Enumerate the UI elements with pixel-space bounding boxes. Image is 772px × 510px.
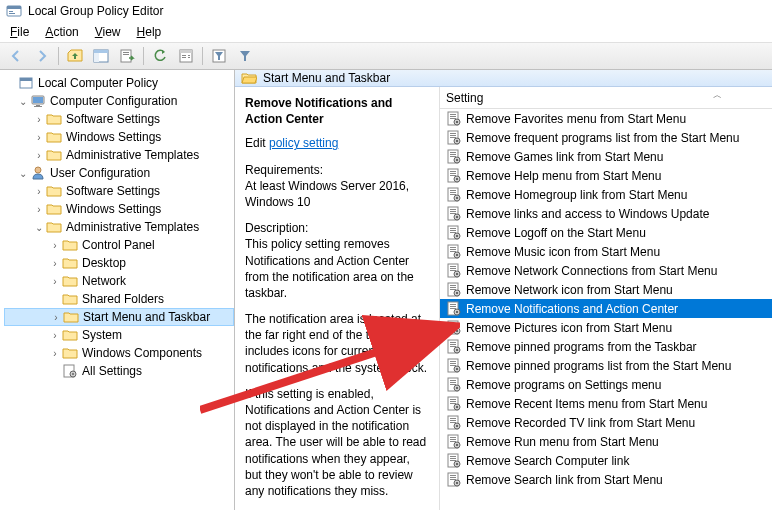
list-row[interactable]: Remove Homegroup link from Start Menu <box>440 185 772 204</box>
list-column-header[interactable]: Setting ︿ <box>440 87 772 109</box>
list-row[interactable]: Remove Help menu from Start Menu <box>440 166 772 185</box>
svg-rect-52 <box>450 190 456 191</box>
refresh-button[interactable] <box>148 45 172 67</box>
tree-comp-sw[interactable]: ›Software Settings <box>4 110 234 128</box>
export-button[interactable] <box>115 45 139 67</box>
user-icon <box>30 165 46 181</box>
list-row[interactable]: Remove Recent Items menu from Start Menu <box>440 394 772 413</box>
folder-icon <box>46 201 62 217</box>
svg-rect-95 <box>450 325 456 326</box>
back-button[interactable] <box>4 45 28 67</box>
list-row[interactable]: Remove links and access to Windows Updat… <box>440 204 772 223</box>
list-pane: Setting ︿ Remove Favorites menu from Sta… <box>440 87 772 510</box>
tree-cp[interactable]: ›Control Panel <box>4 236 234 254</box>
svg-rect-56 <box>456 197 458 199</box>
policy-item-icon <box>446 301 462 317</box>
svg-rect-46 <box>450 171 456 172</box>
tree-start-menu[interactable]: ›Start Menu and Taskbar <box>4 308 234 326</box>
svg-rect-9 <box>123 54 129 55</box>
tree-user-sw[interactable]: ›Software Settings <box>4 182 234 200</box>
list-row[interactable]: Remove Favorites menu from Start Menu <box>440 109 772 128</box>
svg-rect-98 <box>456 330 458 332</box>
folder-icon <box>46 129 62 145</box>
svg-rect-42 <box>450 156 456 157</box>
svg-rect-120 <box>450 403 456 404</box>
svg-rect-14 <box>188 55 190 56</box>
tree-shared[interactable]: ›Shared Folders <box>4 290 234 308</box>
edit-policy-link[interactable]: policy setting <box>269 136 338 150</box>
list-row[interactable]: Remove Search link from Start Menu <box>440 470 772 489</box>
tree-comp-win[interactable]: ›Windows Settings <box>4 128 234 146</box>
menu-action[interactable]: Action <box>39 23 84 41</box>
list-row[interactable]: Remove programs on Settings menu <box>440 375 772 394</box>
list-row[interactable]: Remove Games link from Start Menu <box>440 147 772 166</box>
list-row[interactable]: Remove pinned programs from the Taskbar <box>440 337 772 356</box>
list-row[interactable]: Remove Recorded TV link from Start Menu <box>440 413 772 432</box>
computer-icon <box>30 93 46 109</box>
svg-rect-38 <box>456 140 458 142</box>
list-row[interactable]: Remove pinned programs list from the Sta… <box>440 356 772 375</box>
content-title: Start Menu and Taskbar <box>263 71 390 85</box>
svg-rect-41 <box>450 154 456 155</box>
tree-system[interactable]: ›System <box>4 326 234 344</box>
svg-rect-80 <box>456 273 458 275</box>
menu-help[interactable]: Help <box>131 23 168 41</box>
svg-rect-90 <box>450 308 456 309</box>
svg-rect-88 <box>450 304 456 305</box>
policy-item-icon <box>446 472 462 488</box>
svg-rect-94 <box>450 323 456 324</box>
folder-icon <box>62 255 78 271</box>
tree-user-config[interactable]: ⌄User Configuration <box>4 164 234 182</box>
tree-user-win[interactable]: ›Windows Settings <box>4 200 234 218</box>
policy-item-icon <box>446 130 462 146</box>
list-row[interactable]: Remove frequent programs list from the S… <box>440 128 772 147</box>
tree-comp-adm[interactable]: ›Administrative Templates <box>4 146 234 164</box>
tree-user-adm[interactable]: ⌄Administrative Templates <box>4 218 234 236</box>
svg-rect-110 <box>456 368 458 370</box>
filter-options-button[interactable] <box>207 45 231 67</box>
policy-item-icon <box>446 111 462 127</box>
svg-rect-140 <box>456 463 458 465</box>
tree-computer-config[interactable]: ⌄Computer Configuration <box>4 92 234 110</box>
list-row[interactable]: Remove Logoff on the Start Menu <box>440 223 772 242</box>
app-icon <box>6 3 22 19</box>
menu-view[interactable]: View <box>89 23 127 41</box>
svg-rect-29 <box>450 116 456 117</box>
folder-icon <box>62 345 78 361</box>
svg-rect-30 <box>450 118 456 119</box>
content-header: Start Menu and Taskbar <box>235 70 772 87</box>
up-button[interactable] <box>63 45 87 67</box>
folder-open-icon <box>241 70 257 86</box>
show-hide-tree-button[interactable] <box>89 45 113 67</box>
list-row[interactable]: Remove Search Computer link <box>440 451 772 470</box>
svg-rect-82 <box>450 285 456 286</box>
tree-wincomp[interactable]: ›Windows Components <box>4 344 234 362</box>
list-row[interactable]: Remove Notifications and Action Center <box>440 299 772 318</box>
list-row[interactable]: Remove Network Connections from Start Me… <box>440 261 772 280</box>
tree-allset[interactable]: ›All Settings <box>4 362 234 380</box>
policy-item-icon <box>446 244 462 260</box>
svg-rect-107 <box>450 363 456 364</box>
svg-rect-48 <box>450 175 456 176</box>
menu-file[interactable]: File <box>4 23 35 41</box>
tree-network[interactable]: ›Network <box>4 272 234 290</box>
list-row[interactable]: Remove Pictures icon from Start Menu <box>440 318 772 337</box>
forward-button[interactable] <box>30 45 54 67</box>
filter-button[interactable] <box>233 45 257 67</box>
settings-icon <box>62 363 78 379</box>
policy-item-icon <box>446 358 462 374</box>
list-row[interactable]: Remove Network icon from Start Menu <box>440 280 772 299</box>
list-row[interactable]: Remove Run menu from Start Menu <box>440 432 772 451</box>
properties-button[interactable] <box>174 45 198 67</box>
svg-rect-54 <box>450 194 456 195</box>
tree-pane: ▸Local Computer Policy ⌄Computer Configu… <box>0 70 235 510</box>
svg-rect-114 <box>450 384 456 385</box>
svg-rect-126 <box>450 422 456 423</box>
list-row[interactable]: Remove Music icon from Start Menu <box>440 242 772 261</box>
tree-root[interactable]: ▸Local Computer Policy <box>4 74 234 92</box>
svg-rect-131 <box>450 439 456 440</box>
policy-item-icon <box>446 396 462 412</box>
svg-rect-71 <box>450 249 456 250</box>
tree-desktop[interactable]: ›Desktop <box>4 254 234 272</box>
svg-rect-113 <box>450 382 456 383</box>
